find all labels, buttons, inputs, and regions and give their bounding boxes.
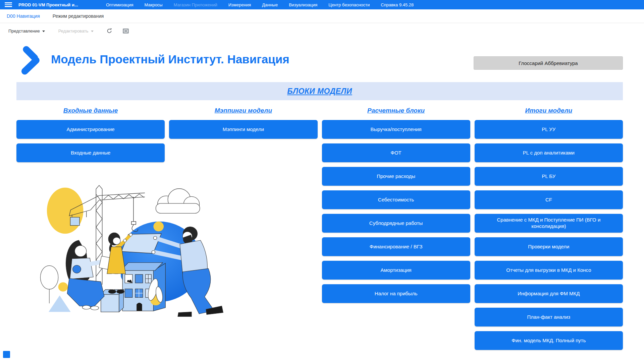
- crane-load-shape: [70, 217, 79, 226]
- nav-button[interactable]: Амортизация: [322, 261, 470, 280]
- nav-button[interactable]: Сравнение с МКД и Поступление ПИ (ВГО и …: [475, 214, 623, 233]
- column-model-results: Итоги модели PL УУ PL с доп аналитиками …: [475, 107, 623, 350]
- chevron-down-icon: [42, 31, 45, 32]
- menu-item-data[interactable]: Данные: [262, 2, 278, 7]
- refresh-icon[interactable]: [106, 28, 112, 34]
- presentation-mode-icon[interactable]: [122, 28, 129, 34]
- nav-button[interactable]: CF: [475, 190, 623, 209]
- menu-item-macros[interactable]: Макросы: [145, 2, 163, 7]
- tab-d00-navigation[interactable]: D00 Навигация: [7, 13, 40, 19]
- menu-item-visualization[interactable]: Визуализация: [289, 2, 317, 7]
- column-mappings: Мэппинги модели Мэппинги модели: [169, 107, 317, 139]
- tab-edit-mode[interactable]: Режим редактирования: [53, 13, 104, 19]
- nav-button[interactable]: ФОТ: [322, 143, 470, 162]
- column-header-calculation-blocks[interactable]: Расчетные блоки: [367, 107, 425, 114]
- page-header: Модель Проектный Институт. Навигация Гло…: [0, 39, 644, 82]
- nav-button[interactable]: Проверки модели: [475, 237, 623, 256]
- menu-item-app-store: Магазин Приложений: [174, 2, 217, 7]
- nav-button[interactable]: Информация для ФМ МКД: [475, 284, 623, 303]
- crane-hook-shape: [131, 197, 138, 232]
- plant-shape: [40, 265, 70, 312]
- floating-action-button[interactable]: [3, 351, 10, 358]
- model-logo-icon: [21, 45, 46, 75]
- column-header-mappings[interactable]: Мэппинги модели: [215, 107, 272, 114]
- hamburger-menu-icon[interactable]: [5, 2, 12, 7]
- nav-button[interactable]: План-факт анализ: [475, 308, 623, 326]
- model-title[interactable]: PROD 01-VM Проектный и...: [18, 2, 101, 7]
- nav-button[interactable]: Прочие расходы: [322, 167, 470, 186]
- dashboard-tabbar: D00 Навигация Режим редактирования: [0, 9, 644, 23]
- view-dropdown[interactable]: Представление: [8, 28, 45, 34]
- menu-item-dimensions[interactable]: Измерения: [228, 2, 251, 7]
- nav-button[interactable]: Входные данные: [16, 143, 165, 162]
- view-dropdown-label: Представление: [8, 28, 40, 34]
- column-calculation-blocks: Расчетные блоки Выручка/поступления ФОТ …: [322, 107, 470, 303]
- page-title: Модель Проектный Институт. Навигация: [51, 53, 289, 66]
- nav-button[interactable]: PL УУ: [475, 120, 623, 139]
- top-menubar: PROD 01-VM Проектный и... Оптимизация Ма…: [0, 0, 644, 9]
- menu-item-help-version[interactable]: Справка 9.45.28: [381, 2, 414, 7]
- nav-button[interactable]: PL с доп аналитиками: [475, 143, 623, 162]
- nav-button[interactable]: Отчеты для выгрузки в МКД и Консо: [475, 261, 623, 280]
- nav-button[interactable]: Администрирование: [16, 120, 165, 139]
- cloud-shape: [156, 189, 200, 214]
- nav-button[interactable]: Себестоимость: [322, 190, 470, 209]
- top-menu: Оптимизация Макросы Магазин Приложений И…: [106, 2, 414, 7]
- nav-button[interactable]: PL БУ: [475, 167, 623, 186]
- yellow-dot: [153, 222, 164, 231]
- blocks-banner-link[interactable]: БЛОКИ МОДЕЛИ: [287, 87, 352, 96]
- nav-button[interactable]: Финансирование / ВГЗ: [322, 237, 470, 256]
- glossary-button[interactable]: Глоссарий Аббревиатура: [474, 56, 623, 70]
- column-input-data: Входные данные Администрирование Входные…: [16, 107, 165, 162]
- nav-button[interactable]: Фин. модель МКД. Полный путь: [475, 331, 623, 350]
- chevron-down-icon: [91, 31, 94, 32]
- column-header-input-data[interactable]: Входные данные: [63, 107, 118, 114]
- blocks-banner: БЛОКИ МОДЕЛИ: [16, 82, 623, 100]
- nav-button[interactable]: Налог на прибыль: [322, 284, 470, 303]
- view-toolbar: Представление Редактировать: [0, 23, 644, 39]
- menu-item-optimization[interactable]: Оптимизация: [106, 2, 133, 7]
- column-header-model-results[interactable]: Итоги модели: [525, 107, 573, 114]
- menu-item-security-center[interactable]: Центр безопасности: [328, 2, 370, 7]
- nav-button[interactable]: Выручка/поступления: [322, 120, 470, 139]
- nav-button[interactable]: Субподрядные работы: [322, 214, 470, 233]
- nav-button[interactable]: Мэппинги модели: [169, 120, 317, 139]
- construction-team-illustration: [35, 184, 262, 322]
- sun-shape: [47, 188, 84, 234]
- edit-dropdown-label: Редактировать: [58, 28, 89, 34]
- edit-dropdown: Редактировать: [58, 28, 94, 34]
